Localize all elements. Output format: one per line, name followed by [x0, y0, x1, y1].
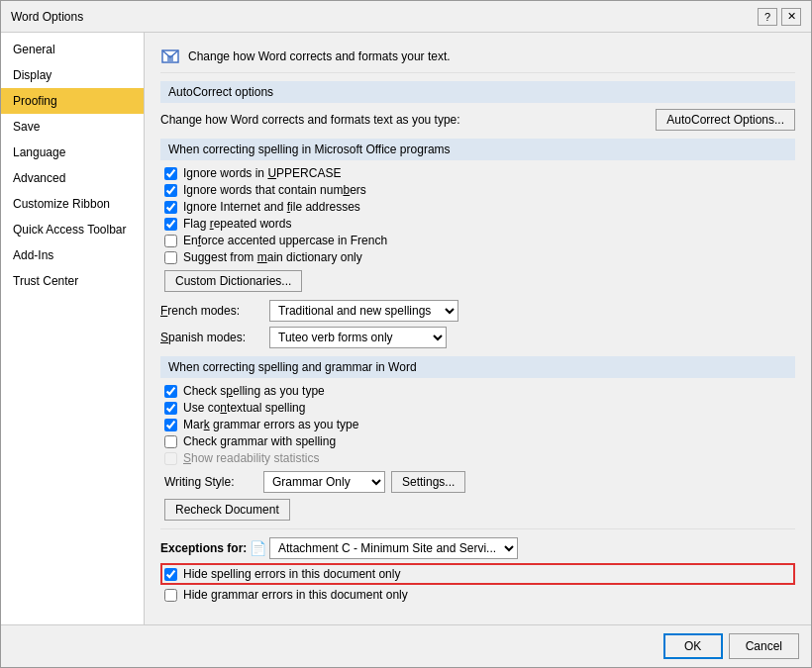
check-grammar-checkbox[interactable]: [164, 435, 177, 448]
recheck-button[interactable]: Recheck Document: [164, 499, 290, 521]
use-contextual-checkbox[interactable]: [164, 402, 177, 415]
checkbox-enforce-accented: Enforce accented uppercase in French: [160, 234, 795, 247]
word-options-dialog: Word Options ? ✕ General Display Proofin…: [0, 0, 812, 668]
main-content: Change how Word corrects and formats you…: [145, 33, 811, 624]
autocorrect-section-header: AutoCorrect options: [160, 81, 795, 103]
sidebar-item-trust-center[interactable]: Trust Center: [1, 268, 144, 294]
ignore-internet-label[interactable]: Ignore Internet and file addresses: [183, 200, 360, 214]
custom-dict-button[interactable]: Custom Dictionaries...: [164, 270, 302, 292]
content-inner: Change how Word corrects and formats you…: [145, 33, 811, 620]
sidebar-item-add-ins[interactable]: Add-Ins: [1, 242, 144, 268]
sidebar-item-quick-access[interactable]: Quick Access Toolbar: [1, 217, 144, 242]
sidebar-item-customize-ribbon[interactable]: Customize Ribbon: [1, 191, 144, 217]
suggest-main-checkbox[interactable]: [164, 251, 177, 264]
mark-grammar-checkbox[interactable]: [164, 419, 177, 431]
spanish-modes-label: Spanish modes:: [160, 331, 269, 344]
dialog-title: Word Options: [11, 10, 83, 24]
sidebar-item-general[interactable]: General: [1, 37, 144, 62]
recheck-row: Recheck Document: [164, 499, 795, 521]
spanish-modes-select[interactable]: Tuteo verb forms only Voseo verb forms o…: [269, 327, 447, 348]
flag-repeated-checkbox[interactable]: [164, 218, 177, 231]
suggest-main-label[interactable]: Suggest from main dictionary only: [183, 250, 362, 264]
use-contextual-label[interactable]: Use contextual spelling: [183, 401, 305, 415]
close-button[interactable]: ✕: [781, 8, 801, 26]
sidebar-item-save[interactable]: Save: [1, 114, 144, 140]
hide-grammar-label[interactable]: Hide grammar errors in this document onl…: [183, 588, 408, 602]
exceptions-label: Exceptions for:: [160, 541, 250, 555]
sidebar-item-advanced[interactable]: Advanced: [1, 165, 144, 191]
exceptions-document-select[interactable]: Attachment C - Minimum Site and Servi...: [269, 537, 518, 559]
checkbox-use-contextual: Use contextual spelling: [160, 401, 795, 415]
autocorrect-options-button[interactable]: AutoCorrect Options...: [656, 109, 795, 131]
ignore-numbers-label[interactable]: Ignore words that contain numbers: [183, 183, 366, 197]
custom-dict-row: Custom Dictionaries...: [164, 270, 795, 292]
checkbox-hide-grammar: Hide grammar errors in this document onl…: [160, 588, 795, 602]
show-readability-checkbox: [164, 452, 177, 465]
autocorrect-desc: Change how Word corrects and formats tex…: [160, 113, 460, 127]
check-spelling-type-label[interactable]: Check spelling as you type: [183, 384, 325, 398]
show-readability-label: Show readability statistics: [183, 451, 319, 465]
checkbox-ignore-uppercase: Ignore words in UPPERCASE: [160, 166, 795, 180]
checkbox-check-grammar: Check grammar with spelling: [160, 434, 795, 448]
banner-icon: [160, 47, 180, 66]
checkbox-mark-grammar: Mark grammar errors as you type: [160, 418, 795, 431]
spelling-office-header: When correcting spelling in Microsoft Of…: [160, 139, 795, 160]
autocorrect-row: Change how Word corrects and formats tex…: [160, 109, 795, 131]
help-button[interactable]: ?: [758, 8, 777, 26]
ignore-internet-checkbox[interactable]: [164, 201, 177, 214]
ignore-uppercase-label[interactable]: Ignore words in UPPERCASE: [183, 166, 341, 180]
spanish-modes-row: Spanish modes: Tuteo verb forms only Vos…: [160, 327, 795, 348]
sidebar-item-language[interactable]: Language: [1, 140, 144, 165]
title-controls: ? ✕: [758, 8, 801, 26]
writing-style-row: Writing Style: Grammar Only Grammar & St…: [164, 471, 795, 493]
checkbox-check-spelling-type: Check spelling as you type: [160, 384, 795, 398]
french-modes-row: French modes: Traditional and new spelli…: [160, 300, 795, 322]
check-grammar-label[interactable]: Check grammar with spelling: [183, 434, 336, 448]
enforce-accented-checkbox[interactable]: [164, 235, 177, 247]
title-bar: Word Options ? ✕: [1, 1, 811, 33]
cancel-button[interactable]: Cancel: [729, 633, 799, 659]
ok-button[interactable]: OK: [663, 633, 723, 659]
dialog-body: General Display Proofing Save Language A…: [1, 33, 811, 624]
svg-rect-1: [167, 55, 173, 61]
hide-grammar-checkbox[interactable]: [164, 589, 177, 602]
checkbox-ignore-internet: Ignore Internet and file addresses: [160, 200, 795, 214]
separator: [160, 528, 795, 529]
french-modes-select[interactable]: Traditional and new spellings Always use…: [269, 300, 458, 322]
checkbox-suggest-main: Suggest from main dictionary only: [160, 250, 795, 264]
mark-grammar-label[interactable]: Mark grammar errors as you type: [183, 418, 358, 431]
writing-style-label: Writing Style:: [164, 475, 263, 489]
settings-button[interactable]: Settings...: [391, 471, 465, 493]
hide-spelling-label[interactable]: Hide spelling errors in this document on…: [183, 567, 400, 581]
checkbox-show-readability: Show readability statistics: [160, 451, 795, 465]
hide-spelling-checkbox[interactable]: [164, 568, 177, 581]
banner-text: Change how Word corrects and formats you…: [188, 49, 451, 63]
ignore-numbers-checkbox[interactable]: [164, 184, 177, 197]
ignore-uppercase-checkbox[interactable]: [164, 167, 177, 180]
spelling-word-header: When correcting spelling and grammar in …: [160, 356, 795, 378]
enforce-accented-label[interactable]: Enforce accented uppercase in French: [183, 234, 387, 247]
sidebar-item-proofing[interactable]: Proofing: [1, 88, 144, 114]
dialog-footer: OK Cancel: [1, 624, 811, 667]
flag-repeated-label[interactable]: Flag repeated words: [183, 217, 291, 231]
sidebar: General Display Proofing Save Language A…: [1, 33, 145, 624]
document-icon: 📄: [250, 540, 266, 556]
exceptions-row: Exceptions for: 📄 Attachment C - Minimum…: [160, 537, 795, 559]
sidebar-item-display[interactable]: Display: [1, 62, 144, 88]
hide-spelling-row: Hide spelling errors in this document on…: [160, 563, 795, 585]
scroll-area[interactable]: Change how Word corrects and formats you…: [145, 33, 811, 624]
top-banner: Change how Word corrects and formats you…: [160, 41, 795, 73]
check-spelling-type-checkbox[interactable]: [164, 385, 177, 398]
writing-style-select[interactable]: Grammar Only Grammar & Style: [263, 471, 385, 493]
checkbox-flag-repeated: Flag repeated words: [160, 217, 795, 231]
checkbox-ignore-numbers: Ignore words that contain numbers: [160, 183, 795, 197]
french-modes-label: French modes:: [160, 304, 269, 318]
